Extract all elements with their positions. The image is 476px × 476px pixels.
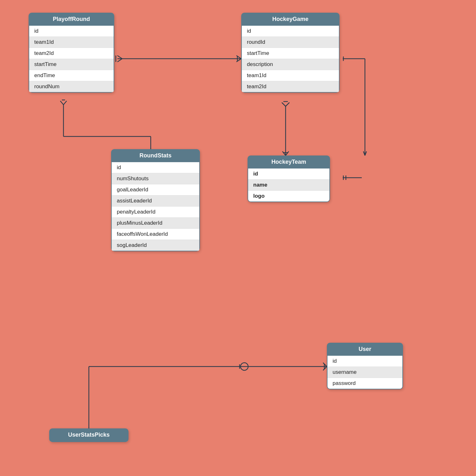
playoff-round-body: id team1Id team2Id startTime endTime rou… [29,26,114,93]
table-row: assistLeaderId [112,195,199,207]
round-stats-header: RoundStats [111,149,200,162]
table-row: plusMinusLeaderId [112,218,199,229]
table-row: password [327,378,402,389]
table-row: team1Id [29,37,114,48]
hockey-team-header: HockeyTeam [248,155,330,169]
user-table: User id username password [327,343,403,389]
svg-point-33 [241,363,248,370]
table-row: id [248,169,329,180]
table-row: sogLeaderId [112,240,199,251]
round-stats-table: RoundStats id numShutouts goalLeaderId a… [111,149,200,251]
user-stats-picks-body [49,441,129,442]
svg-line-35 [323,363,327,367]
table-row: startTime [242,48,339,59]
round-stats-body: id numShutouts goalLeaderId assistLeader… [111,162,200,251]
table-row: roundId [242,37,339,48]
table-row: penaltyLeaderId [112,207,199,218]
table-row: goalLeaderId [112,184,199,195]
svg-line-27 [363,151,365,155]
table-row: startTime [29,59,114,70]
svg-line-6 [236,59,241,62]
table-row: endTime [29,70,114,81]
user-stats-picks-table: UserStatsPicks [49,428,129,442]
svg-line-22 [286,102,289,106]
table-row: name [248,180,329,191]
table-row: id [242,26,339,37]
svg-line-15 [63,101,67,105]
hockey-team-body: id name logo [248,169,330,202]
table-row: roundNum [29,81,114,92]
table-row: description [242,59,339,70]
user-stats-picks-header: UserStatsPicks [49,428,129,441]
table-row: team1Id [242,70,339,81]
table-row: team2Id [29,48,114,59]
table-row: id [327,356,402,367]
hockey-game-header: HockeyGame [241,13,340,26]
svg-line-36 [323,367,327,370]
svg-line-2 [117,59,122,62]
table-row: id [112,162,199,173]
svg-line-1 [117,56,122,59]
table-row: id [29,26,114,37]
hockey-game-table: HockeyGame id roundId startTime descript… [241,13,340,93]
svg-line-21 [282,102,286,106]
table-row: faceoffsWonLeaderId [112,229,199,240]
svg-line-18 [282,151,286,155]
table-row: numShutouts [112,173,199,184]
svg-line-5 [236,56,241,59]
svg-line-19 [286,151,289,155]
hockey-game-body: id roundId startTime description team1Id… [241,26,340,93]
hockey-team-table: HockeyTeam id name logo [248,155,330,202]
svg-line-28 [365,151,367,155]
table-row: username [327,367,402,378]
table-row: team2Id [242,81,339,92]
svg-line-14 [60,101,63,105]
user-header: User [327,343,403,356]
user-body: id username password [327,356,403,389]
playoff-round-header: PlayoffRound [29,13,114,26]
playoff-round-table: PlayoffRound id team1Id team2Id startTim… [29,13,114,93]
table-row: logo [248,191,329,202]
